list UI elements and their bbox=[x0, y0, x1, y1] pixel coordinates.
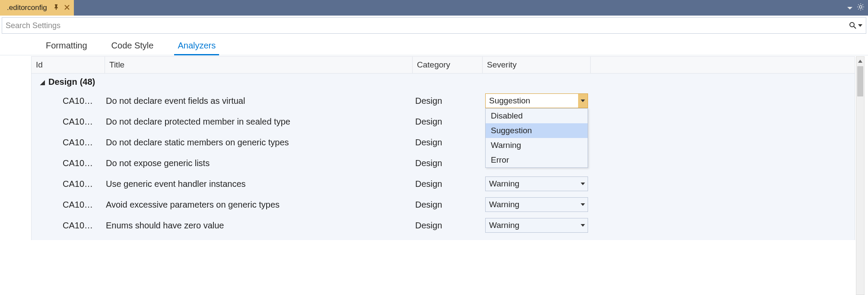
rule-id: CA10… bbox=[63, 138, 105, 148]
document-tab[interactable]: .editorconfig bbox=[0, 0, 74, 16]
svg-line-8 bbox=[862, 4, 863, 5]
severity-option[interactable]: Warning bbox=[486, 138, 588, 153]
rule-title: Enums should have zero value bbox=[105, 221, 413, 231]
severity-option[interactable]: Error bbox=[486, 153, 588, 167]
rule-id: CA10… bbox=[63, 96, 105, 106]
chevron-down-icon bbox=[858, 24, 862, 27]
svg-point-9 bbox=[850, 22, 854, 27]
pin-icon[interactable] bbox=[53, 3, 59, 12]
rule-row[interactable]: CA10…Do not declare event fields as virt… bbox=[32, 90, 855, 111]
rule-row[interactable]: CA10…Avoid excessive parameters on gener… bbox=[32, 194, 855, 215]
svg-point-0 bbox=[859, 6, 862, 8]
dropdown-button[interactable] bbox=[578, 177, 588, 191]
severity-value: Warning bbox=[489, 221, 519, 230]
severity-option[interactable]: Suggestion bbox=[486, 123, 588, 138]
rule-id: CA10… bbox=[63, 117, 105, 127]
rule-id: CA10… bbox=[63, 200, 105, 210]
tab-code-style[interactable]: Code Style bbox=[99, 38, 166, 55]
column-header-category[interactable]: Category bbox=[413, 57, 483, 73]
rule-category: Design bbox=[413, 200, 483, 210]
rule-title: Do not declare protected member in seale… bbox=[105, 117, 413, 127]
analyzers-grid: Id Title Category Severity ◢ Design (48)… bbox=[2, 56, 866, 295]
severity-option[interactable]: Disabled bbox=[486, 109, 588, 123]
search-input[interactable] bbox=[6, 21, 849, 30]
close-icon[interactable] bbox=[64, 3, 70, 12]
dropdown-button[interactable] bbox=[578, 218, 588, 232]
rule-row[interactable]: CA10…Do not expose generic listsDesign bbox=[32, 153, 855, 173]
svg-line-10 bbox=[854, 26, 856, 29]
rule-severity-cell: Warning bbox=[483, 218, 591, 233]
tab-formatting[interactable]: Formatting bbox=[34, 38, 99, 55]
rule-category: Design bbox=[413, 221, 483, 231]
severity-value: Warning bbox=[489, 179, 519, 189]
rule-severity-cell: Warning bbox=[483, 197, 591, 212]
rule-title: Do not expose generic lists bbox=[105, 158, 413, 168]
severity-select[interactable]: Warning bbox=[485, 218, 588, 233]
rule-category: Design bbox=[413, 96, 483, 106]
editorconfig-designer: Formatting Code Style Analyzers Id Title… bbox=[0, 16, 868, 295]
severity-select[interactable]: Warning bbox=[485, 176, 588, 191]
chevron-down-icon bbox=[581, 224, 585, 227]
column-header-severity[interactable]: Severity bbox=[483, 57, 591, 73]
search-row bbox=[2, 17, 866, 34]
severity-select[interactable]: Suggestion bbox=[485, 93, 588, 108]
group-row-design[interactable]: ◢ Design (48) bbox=[32, 74, 855, 90]
severity-value: Suggestion bbox=[489, 96, 530, 106]
settings-tabs: Formatting Code Style Analyzers bbox=[0, 34, 868, 55]
rule-id: CA10… bbox=[63, 158, 105, 168]
rule-row[interactable]: CA10…Use generic event handler instances… bbox=[32, 173, 855, 194]
rule-category: Design bbox=[413, 179, 483, 189]
rule-id: CA10… bbox=[63, 221, 105, 231]
rule-category: Design bbox=[413, 138, 483, 148]
document-tab-label: .editorconfig bbox=[7, 3, 47, 12]
severity-value: Warning bbox=[489, 200, 519, 209]
scroll-thumb[interactable] bbox=[857, 66, 863, 96]
chevron-down-icon bbox=[581, 203, 585, 206]
rule-title: Avoid excessive parameters on generic ty… bbox=[105, 200, 413, 210]
gear-icon[interactable] bbox=[857, 3, 865, 13]
svg-line-5 bbox=[858, 4, 858, 5]
chevron-down-icon bbox=[581, 99, 585, 102]
rule-category: Design bbox=[413, 117, 483, 127]
titlebar: .editorconfig bbox=[0, 0, 868, 16]
column-header-id[interactable]: Id bbox=[32, 57, 105, 73]
rule-title: Do not declare static members on generic… bbox=[105, 138, 413, 148]
window-menu-icon[interactable] bbox=[847, 3, 852, 13]
rule-row[interactable]: CA10…Do not declare protected member in … bbox=[32, 111, 855, 132]
chevron-down-icon: ◢ bbox=[40, 79, 45, 86]
rule-row[interactable]: CA10…Do not declare static members on ge… bbox=[32, 132, 855, 153]
rule-id: CA10… bbox=[63, 179, 105, 189]
tab-analyzers[interactable]: Analyzers bbox=[165, 38, 228, 55]
scroll-up-icon[interactable] bbox=[856, 57, 864, 65]
dropdown-button[interactable] bbox=[578, 94, 588, 108]
grid-body: ◢ Design (48) CA10…Do not declare event … bbox=[31, 74, 855, 240]
severity-dropdown: DisabledSuggestionWarningError bbox=[485, 108, 588, 168]
rule-title: Use generic event handler instances bbox=[105, 179, 413, 189]
group-count: (48) bbox=[80, 77, 95, 87]
group-name: Design bbox=[48, 77, 77, 87]
dropdown-button[interactable] bbox=[578, 198, 588, 212]
column-header-title[interactable]: Title bbox=[105, 57, 413, 73]
chevron-down-icon bbox=[581, 183, 585, 185]
svg-line-6 bbox=[862, 9, 863, 9]
rule-title: Do not declare event fields as virtual bbox=[105, 96, 413, 106]
search-icon bbox=[849, 21, 857, 30]
rule-category: Design bbox=[413, 158, 483, 168]
rule-row[interactable]: CA10…Enums should have zero valueDesignW… bbox=[32, 215, 855, 236]
search-button[interactable] bbox=[849, 21, 862, 30]
grid-header: Id Title Category Severity bbox=[31, 56, 855, 74]
vertical-scrollbar[interactable] bbox=[856, 56, 865, 295]
rule-severity-cell: SuggestionDisabledSuggestionWarningError bbox=[483, 93, 591, 108]
rule-severity-cell: Warning bbox=[483, 176, 591, 191]
svg-line-7 bbox=[858, 9, 858, 9]
severity-select[interactable]: Warning bbox=[485, 197, 588, 212]
